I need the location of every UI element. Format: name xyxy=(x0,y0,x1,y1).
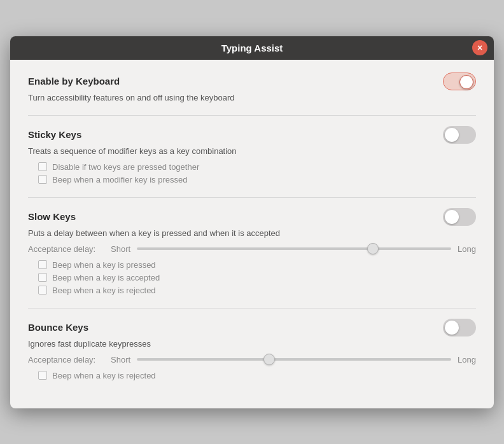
sticky-checkbox-2-label: Beep when a modifier key is pressed xyxy=(52,175,187,184)
bounce-keys-desc: Ignores fast duplicate keypresses xyxy=(28,339,476,349)
sticky-checkbox-2-box[interactable] xyxy=(38,175,47,184)
bounce-keys-title: Bounce Keys xyxy=(28,322,88,333)
slow-keys-min-label: Short xyxy=(111,244,130,254)
titlebar: Typing Assist × xyxy=(10,36,494,60)
sticky-keys-toggle-knob xyxy=(445,128,459,142)
enable-keyboard-toggle[interactable] xyxy=(443,73,476,90)
slow-checkbox-3: Beep when a key is rejected xyxy=(38,286,476,295)
slow-checkbox-3-box[interactable] xyxy=(38,286,47,295)
bounce-keys-min-label: Short xyxy=(111,355,130,364)
bounce-keys-header: Bounce Keys xyxy=(28,319,476,336)
slow-checkbox-3-label: Beep when a key is rejected xyxy=(52,286,156,295)
dialog-content: Enable by Keyboard Turn accessibility fe… xyxy=(10,60,494,408)
bounce-checkbox-1-label: Beep when a key is rejected xyxy=(52,371,156,380)
slow-keys-slider-row: Acceptance delay: Short Long xyxy=(28,244,476,254)
sticky-keys-title: Sticky Keys xyxy=(28,129,81,140)
section-slow-keys: Slow Keys Puts a delay between when a ke… xyxy=(28,208,476,295)
bounce-keys-toggle[interactable] xyxy=(443,319,476,336)
enable-keyboard-header: Enable by Keyboard xyxy=(28,73,476,90)
slow-keys-max-label: Long xyxy=(458,244,476,254)
sticky-checkbox-1-label: Disable if two keys are pressed together xyxy=(52,162,199,172)
slow-checkbox-2-label: Beep when a key is accepted xyxy=(52,273,160,282)
divider-3 xyxy=(28,308,476,309)
section-sticky-keys: Sticky Keys Treats a sequence of modifie… xyxy=(28,126,476,184)
slow-checkbox-2-box[interactable] xyxy=(38,273,47,282)
slow-keys-slider-knob[interactable] xyxy=(367,243,379,254)
sticky-keys-header: Sticky Keys xyxy=(28,126,476,144)
slow-checkbox-1-label: Beep when a key is pressed xyxy=(52,260,156,270)
enable-keyboard-title: Enable by Keyboard xyxy=(28,76,120,87)
bounce-checkbox-1-box[interactable] xyxy=(38,371,47,380)
slow-keys-toggle[interactable] xyxy=(443,208,476,226)
sticky-keys-desc: Treats a sequence of modifier keys as a … xyxy=(28,146,476,156)
divider-2 xyxy=(28,197,476,198)
sticky-keys-toggle[interactable] xyxy=(443,126,476,144)
slow-checkbox-1-box[interactable] xyxy=(38,260,47,269)
section-bounce-keys: Bounce Keys Ignores fast duplicate keypr… xyxy=(28,319,476,380)
close-button[interactable]: × xyxy=(472,40,487,55)
section-enable-keyboard: Enable by Keyboard Turn accessibility fe… xyxy=(28,73,476,102)
bounce-keys-slider-knob[interactable] xyxy=(263,354,275,365)
bounce-keys-slider-row: Acceptance delay: Short Long xyxy=(28,355,476,364)
sticky-checkbox-2: Beep when a modifier key is pressed xyxy=(38,175,476,184)
bounce-checkbox-1: Beep when a key is rejected xyxy=(38,371,476,380)
enable-keyboard-toggle-knob xyxy=(459,75,473,89)
bounce-keys-slider-label: Acceptance delay: xyxy=(28,355,104,364)
sticky-checkbox-1-box[interactable] xyxy=(38,162,47,171)
slow-checkbox-1: Beep when a key is pressed xyxy=(38,260,476,270)
slow-checkbox-2: Beep when a key is accepted xyxy=(38,273,476,282)
sticky-checkbox-1: Disable if two keys are pressed together xyxy=(38,162,476,172)
slow-keys-slider-label: Acceptance delay: xyxy=(28,244,104,254)
bounce-keys-slider-track[interactable] xyxy=(137,358,451,361)
enable-keyboard-desc: Turn accessibility features on and off u… xyxy=(28,93,476,102)
slow-keys-toggle-knob xyxy=(445,210,459,224)
slow-keys-header: Slow Keys xyxy=(28,208,476,226)
slow-keys-title: Slow Keys xyxy=(28,211,76,222)
slow-keys-slider-track[interactable] xyxy=(137,247,451,250)
bounce-keys-max-label: Long xyxy=(458,355,476,364)
typing-assist-dialog: Typing Assist × Enable by Keyboard Turn … xyxy=(10,36,494,408)
bounce-keys-toggle-knob xyxy=(445,321,459,335)
divider-1 xyxy=(28,115,476,116)
slow-keys-desc: Puts a delay between when a key is press… xyxy=(28,228,476,238)
dialog-title: Typing Assist xyxy=(221,43,283,53)
